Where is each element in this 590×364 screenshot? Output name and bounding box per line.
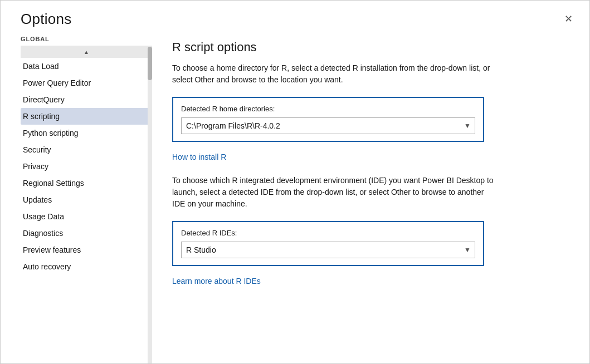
main-content: R script options To choose a home direct… bbox=[152, 35, 589, 363]
sidebar-item-privacy[interactable]: Privacy bbox=[21, 158, 152, 175]
sidebar-item-preview-features[interactable]: Preview features bbox=[21, 242, 152, 258]
sidebar-item-python-scripting[interactable]: Python scripting bbox=[21, 125, 152, 141]
ide-label: Detected R IDEs: bbox=[181, 229, 475, 237]
sidebar-section-label: GLOBAL bbox=[21, 36, 152, 42]
sidebar-item-auto-recovery[interactable]: Auto recovery bbox=[21, 258, 152, 275]
sidebar-item-updates[interactable]: Updates bbox=[21, 191, 152, 208]
close-button[interactable]: ✕ bbox=[561, 12, 576, 26]
scrollbar-track[interactable] bbox=[148, 46, 152, 363]
sidebar-item-diagnostics[interactable]: Diagnostics bbox=[21, 225, 152, 242]
sidebar-item-r-scripting[interactable]: R scripting bbox=[21, 108, 152, 125]
section-title: R script options bbox=[172, 40, 567, 55]
home-dir-description: To choose a home directory for R, select… bbox=[172, 62, 495, 86]
sidebar-item-power-query-editor[interactable]: Power Query Editor bbox=[21, 75, 152, 91]
scrollbar-thumb[interactable] bbox=[148, 47, 152, 80]
sidebar-item-direct-query[interactable]: DirectQuery bbox=[21, 91, 152, 108]
sidebar: GLOBAL ▲ Data LoadPower Query EditorDire… bbox=[1, 35, 152, 363]
home-dir-field-group: Detected R home directories: C:\Program … bbox=[172, 97, 484, 142]
ide-select[interactable]: R StudioOther bbox=[181, 242, 475, 258]
sidebar-item-regional-settings[interactable]: Regional Settings bbox=[21, 175, 152, 191]
options-dialog: Options ✕ GLOBAL ▲ Data LoadPower Query … bbox=[0, 0, 590, 364]
sidebar-nav: Data LoadPower Query EditorDirectQueryR … bbox=[21, 58, 152, 275]
install-r-link[interactable]: How to install R bbox=[172, 153, 226, 161]
ide-select-wrapper: R StudioOther ▼ bbox=[181, 242, 475, 258]
home-dir-label: Detected R home directories: bbox=[181, 105, 475, 113]
sidebar-scroll-area: ▲ Data LoadPower Query EditorDirectQuery… bbox=[21, 46, 152, 363]
home-dir-select-wrapper: C:\Program Files\R\R-4.0.2Other ▼ bbox=[181, 117, 475, 134]
sidebar-item-usage-data[interactable]: Usage Data bbox=[21, 208, 152, 225]
learn-more-ide-link[interactable]: Learn more about R IDEs bbox=[172, 277, 261, 286]
ide-field-group: Detected R IDEs: R StudioOther ▼ bbox=[172, 221, 484, 266]
sidebar-item-data-load[interactable]: Data Load bbox=[21, 58, 152, 75]
ide-description: To choose which R integrated development… bbox=[172, 175, 495, 210]
dialog-titlebar: Options ✕ bbox=[1, 1, 589, 28]
scroll-up-button[interactable]: ▲ bbox=[21, 46, 152, 58]
dialog-title: Options bbox=[21, 11, 71, 28]
dialog-body: GLOBAL ▲ Data LoadPower Query EditorDire… bbox=[1, 28, 589, 363]
home-dir-select[interactable]: C:\Program Files\R\R-4.0.2Other bbox=[181, 117, 475, 134]
sidebar-item-security[interactable]: Security bbox=[21, 141, 152, 158]
